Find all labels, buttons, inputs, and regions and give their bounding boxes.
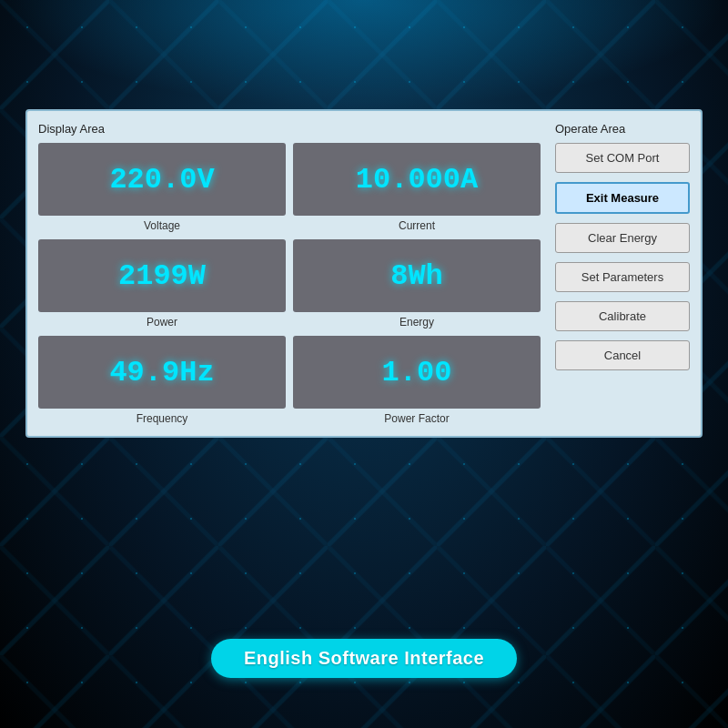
cancel-button[interactable]: Cancel: [555, 340, 690, 370]
operate-buttons: Set COM Port Exit Measure Clear Energy S…: [555, 143, 690, 370]
set-com-port-button[interactable]: Set COM Port: [555, 143, 690, 173]
metric-cell-power: 2199W Power: [38, 239, 286, 329]
metric-label-current: Current: [399, 219, 435, 232]
metric-display-power-factor: 1.00: [293, 336, 541, 409]
metric-cell-voltage: 220.0V Voltage: [38, 143, 286, 232]
display-area: Display Area 220.0V Voltage 10.000A: [38, 122, 541, 425]
clear-energy-button[interactable]: Clear Energy: [555, 223, 690, 253]
window-layout: Display Area 220.0V Voltage 10.000A: [38, 122, 690, 425]
footer-label-wrapper: English Software Interface: [0, 639, 728, 678]
metric-display-current: 10.000A: [293, 143, 541, 216]
metric-cell-frequency: 49.9Hz Frequency: [38, 336, 286, 425]
metric-value-energy: 8Wh: [390, 259, 443, 293]
metric-display-frequency: 49.9Hz: [38, 336, 286, 409]
set-parameters-button[interactable]: Set Parameters: [555, 262, 690, 292]
metric-label-frequency: Frequency: [136, 412, 188, 425]
metric-cell-power-factor: 1.00 Power Factor: [293, 336, 541, 425]
metric-display-power: 2199W: [38, 239, 286, 312]
metric-label-energy: Energy: [399, 316, 434, 329]
metric-label-power-factor: Power Factor: [384, 412, 449, 425]
exit-measure-button[interactable]: Exit Measure: [555, 182, 690, 214]
background-wrapper: Display Area 220.0V Voltage 10.000A: [0, 0, 728, 728]
metric-cell-energy: 8Wh Energy: [293, 239, 541, 329]
metric-label-voltage: Voltage: [144, 219, 180, 232]
metric-value-frequency: 49.9Hz: [109, 356, 214, 389]
calibrate-button[interactable]: Calibrate: [555, 301, 690, 331]
metric-display-energy: 8Wh: [293, 239, 541, 312]
metric-value-voltage: 220.0V: [109, 163, 214, 197]
footer-label: English Software Interface: [211, 639, 517, 678]
main-window: Display Area 220.0V Voltage 10.000A: [25, 109, 703, 438]
metric-label-power: Power: [147, 316, 177, 329]
metrics-grid: 220.0V Voltage 10.000A Current: [38, 143, 541, 425]
metric-value-current: 10.000A: [356, 163, 478, 197]
operate-area: Operate Area Set COM Port Exit Measure C…: [555, 122, 690, 425]
display-area-label: Display Area: [38, 122, 541, 136]
metric-value-power-factor: 1.00: [382, 356, 452, 389]
operate-area-label: Operate Area: [555, 122, 690, 136]
metric-cell-current: 10.000A Current: [293, 143, 541, 232]
metric-value-power: 2199W: [118, 259, 206, 293]
metric-display-voltage: 220.0V: [38, 143, 286, 216]
